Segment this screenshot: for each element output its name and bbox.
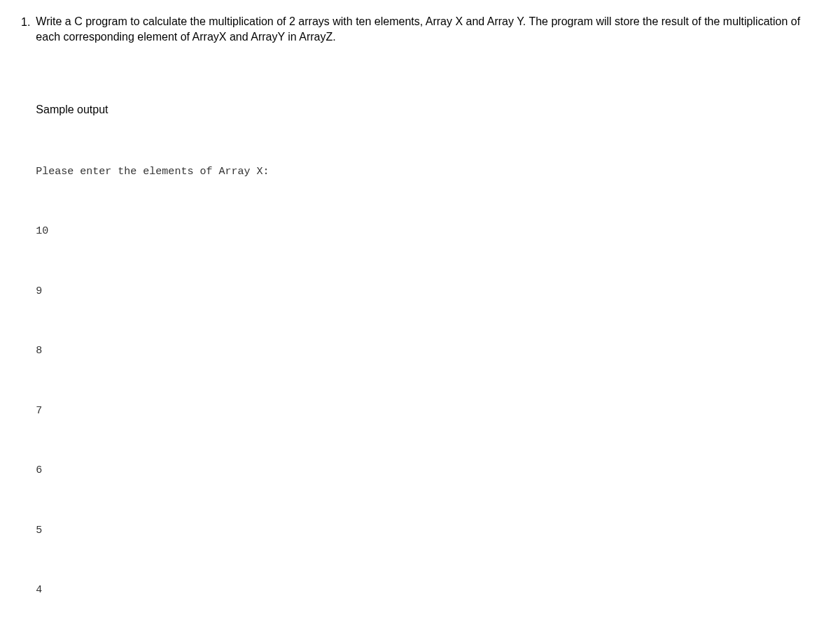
- code-line: 6: [36, 461, 819, 481]
- code-line: 8: [36, 341, 819, 362]
- code-line: 10: [36, 222, 819, 242]
- code-line: 9: [36, 282, 819, 302]
- code-line: 7: [36, 401, 819, 422]
- sample-heading: Sample output: [36, 101, 819, 118]
- question-content: Write a C program to calculate the multi…: [36, 14, 819, 626]
- sample-section: Sample output Please enter the elements …: [36, 101, 819, 626]
- code-output: Please enter the elements of Array X: 10…: [36, 122, 819, 626]
- question-text: Write a C program to calculate the multi…: [36, 14, 819, 45]
- code-line: 5: [36, 521, 819, 541]
- code-line: Please enter the elements of Array X:: [36, 162, 819, 183]
- question-number: 1.: [21, 14, 30, 31]
- question-container: 1. Write a C program to calculate the mu…: [21, 14, 819, 626]
- code-line: 4: [36, 581, 819, 601]
